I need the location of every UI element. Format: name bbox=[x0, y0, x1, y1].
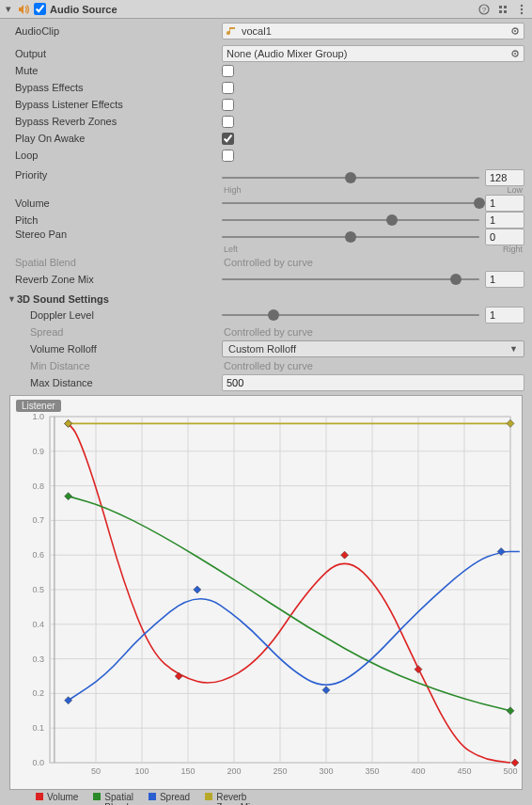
mindist-label: Min Distance bbox=[8, 360, 222, 371]
svg-rect-4 bbox=[499, 10, 502, 13]
enable-component-checkbox[interactable] bbox=[34, 3, 46, 15]
svg-rect-5 bbox=[504, 10, 507, 13]
pitch-input[interactable] bbox=[485, 212, 524, 229]
mindist-controlled-text: Controlled by curve bbox=[222, 360, 524, 371]
volume-label: Volume bbox=[8, 197, 222, 209]
svg-text:400: 400 bbox=[411, 766, 425, 776]
doppler-label: Doppler Level bbox=[8, 309, 222, 321]
foldout-toggle[interactable]: ▾ bbox=[4, 3, 13, 15]
priority-slider[interactable] bbox=[222, 171, 479, 184]
stereopan-label: Stereo Pan bbox=[8, 229, 222, 240]
legend-reverb-zone-mix[interactable]: Reverb Zone Mix bbox=[205, 792, 255, 805]
context-menu-icon[interactable] bbox=[515, 3, 528, 16]
svg-text:0.0: 0.0 bbox=[32, 758, 44, 767]
output-field[interactable]: None (Audio Mixer Group) bbox=[222, 45, 524, 62]
chevron-down-icon: ▼ bbox=[8, 294, 17, 304]
pitch-slider[interactable] bbox=[222, 213, 479, 227]
svg-text:0.1: 0.1 bbox=[32, 723, 44, 733]
pitch-label: Pitch bbox=[8, 214, 222, 226]
bypass-effects-checkbox[interactable] bbox=[222, 82, 234, 94]
priority-high-label: Low bbox=[507, 185, 523, 195]
bypass-reverb-label: Bypass Reverb Zones bbox=[8, 116, 222, 127]
svg-rect-3 bbox=[504, 6, 507, 8]
loop-checkbox[interactable] bbox=[222, 150, 234, 162]
svg-text:150: 150 bbox=[180, 766, 195, 776]
svg-rect-2 bbox=[499, 6, 502, 8]
component-header: ▾ Audio Source ? bbox=[0, 0, 532, 19]
svg-text:0.9: 0.9 bbox=[32, 447, 44, 456]
svg-point-11 bbox=[514, 30, 516, 32]
maxdist-input[interactable] bbox=[222, 374, 524, 391]
stereopan-right-label: Right bbox=[503, 245, 523, 254]
priority-label: Priority bbox=[8, 169, 222, 181]
spread-label: Spread bbox=[8, 326, 222, 338]
component-title: Audio Source bbox=[50, 4, 474, 15]
play-on-awake-label: Play On Awake bbox=[8, 133, 222, 144]
rolloff-value: Custom Rolloff bbox=[228, 343, 296, 355]
audioclip-value: vocal1 bbox=[242, 25, 272, 37]
svg-text:350: 350 bbox=[365, 766, 379, 776]
object-picker-icon[interactable] bbox=[509, 47, 522, 60]
mute-checkbox[interactable] bbox=[222, 65, 234, 77]
curve-chart: 0.00.10.20.30.40.50.60.70.80.91.05010015… bbox=[10, 396, 522, 785]
reverbzonemix-input[interactable] bbox=[485, 271, 524, 288]
svg-text:0.6: 0.6 bbox=[32, 550, 44, 560]
volume-slider[interactable] bbox=[222, 197, 479, 210]
object-picker-icon[interactable] bbox=[509, 24, 522, 38]
svg-text:0.7: 0.7 bbox=[32, 515, 44, 525]
reverbzonemix-label: Reverb Zone Mix bbox=[8, 274, 222, 285]
bypass-listener-label: Bypass Listener Effects bbox=[8, 99, 222, 110]
svg-point-7 bbox=[521, 8, 523, 9]
stereopan-left-label: Left bbox=[224, 245, 238, 254]
component-body: AudioClip vocal1 Output None (Audio Mix bbox=[0, 19, 532, 805]
bypass-listener-checkbox[interactable] bbox=[222, 99, 234, 111]
rolloff-dropdown[interactable]: Custom Rolloff ▼ bbox=[222, 340, 524, 357]
svg-point-8 bbox=[521, 11, 523, 13]
spread-controlled-text: Controlled by curve bbox=[222, 326, 524, 338]
3d-settings-foldout[interactable]: ▼ 3D Sound Settings bbox=[8, 293, 524, 305]
legend-volume[interactable]: Volume bbox=[36, 792, 78, 802]
stereopan-input[interactable] bbox=[485, 229, 524, 245]
rolloff-label: Volume Rolloff bbox=[8, 343, 222, 355]
legend-spatial-blend[interactable]: Spatial Blend bbox=[93, 792, 133, 805]
volume-input[interactable] bbox=[485, 195, 524, 212]
svg-text:200: 200 bbox=[227, 766, 241, 776]
play-on-awake-checkbox[interactable] bbox=[222, 133, 234, 145]
priority-input[interactable] bbox=[485, 169, 524, 186]
bypass-effects-label: Bypass Effects bbox=[8, 82, 222, 93]
audioclip-asset-icon bbox=[227, 25, 238, 37]
output-label: Output bbox=[8, 48, 222, 59]
bypass-reverb-checkbox[interactable] bbox=[222, 116, 234, 128]
svg-rect-9 bbox=[230, 27, 235, 29]
doppler-slider[interactable] bbox=[222, 308, 479, 322]
legend-spread[interactable]: Spread bbox=[149, 792, 190, 802]
audio-source-inspector: ▾ Audio Source ? AudioClip vocal1 bbox=[0, 0, 532, 805]
svg-text:50: 50 bbox=[91, 766, 101, 776]
reverbzonemix-slider[interactable] bbox=[222, 273, 479, 286]
spatialblend-label: Spatial Blend bbox=[8, 257, 222, 268]
audioclip-field[interactable]: vocal1 bbox=[222, 23, 524, 39]
svg-point-6 bbox=[521, 4, 523, 6]
priority-low-label: High bbox=[224, 185, 242, 195]
svg-text:0.8: 0.8 bbox=[32, 481, 44, 491]
svg-text:0.4: 0.4 bbox=[32, 620, 44, 629]
svg-point-13 bbox=[514, 53, 516, 55]
rolloff-curve-graph[interactable]: Listener 0.00.10.20.30.40.50.60.70.80.91… bbox=[9, 395, 523, 790]
curve-legend: Volume Spatial Blend Spread Reverb Zone … bbox=[8, 790, 524, 805]
svg-text:450: 450 bbox=[457, 766, 471, 776]
3d-settings-title: 3D Sound Settings bbox=[17, 293, 109, 305]
spatialblend-controlled-text: Controlled by curve bbox=[222, 257, 524, 268]
svg-text:0.5: 0.5 bbox=[32, 585, 44, 594]
help-icon[interactable]: ? bbox=[477, 3, 491, 16]
maxdist-label: Max Distance bbox=[8, 377, 222, 388]
svg-text:300: 300 bbox=[319, 766, 333, 776]
doppler-input[interactable] bbox=[485, 307, 524, 324]
svg-text:1.0: 1.0 bbox=[32, 412, 44, 421]
svg-text:100: 100 bbox=[134, 766, 149, 776]
audioclip-label: AudioClip bbox=[8, 25, 222, 37]
svg-text:0.3: 0.3 bbox=[32, 655, 44, 664]
loop-label: Loop bbox=[8, 150, 222, 161]
stereopan-slider[interactable] bbox=[222, 230, 479, 244]
presets-icon[interactable] bbox=[496, 3, 509, 16]
mute-label: Mute bbox=[8, 65, 222, 76]
